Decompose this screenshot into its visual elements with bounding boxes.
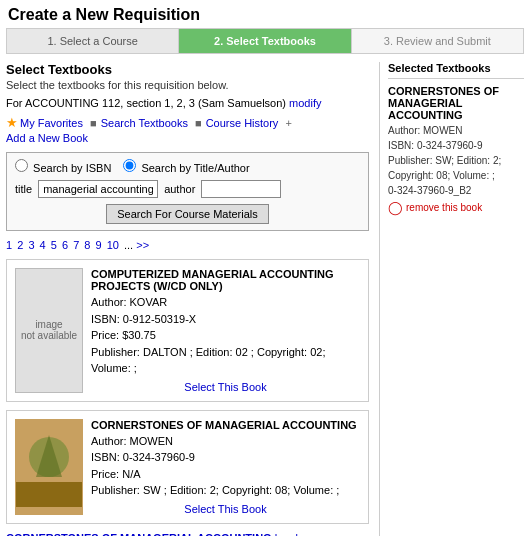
book-card-2: CORNERSTONES OF MANAGERIAL ACCOUNTING Au… (6, 410, 369, 524)
publisher-info-2: Publisher: SW ; Edition: 2; Copyright: 0… (91, 484, 339, 496)
course-text: For ACCOUNTING 112, section 1, 2, 3 (Sam… (6, 97, 286, 109)
nav-links: ★ My Favorites ■ Search Textbooks ■ Cour… (6, 115, 369, 144)
author-label-1: Author: (91, 296, 130, 308)
steps-bar: 1. Select a Course 2. Select Textbooks 3… (6, 28, 524, 54)
search-btn-row: Search For Course Materials (15, 204, 360, 224)
main-layout: Select Textbooks Select the textbooks fo… (0, 62, 530, 536)
section-heading: Select Textbooks (6, 62, 369, 77)
isbn-radio[interactable] (15, 159, 28, 172)
price-val-2: N/A (122, 468, 140, 480)
select-book-1[interactable]: Select This Book (91, 381, 360, 393)
step-2[interactable]: 2. Select Textbooks (179, 29, 351, 53)
book-meta-2: Author: MOWEN ISBN: 0-324-37960-9 Price:… (91, 433, 360, 499)
next-pages[interactable]: >> (136, 239, 149, 251)
author-val-1: KOVAR (130, 296, 168, 308)
search-textbooks-link[interactable]: Search Textbooks (101, 117, 188, 129)
book-cover-svg-2 (16, 427, 82, 507)
separator2: ■ (192, 117, 202, 129)
success-book-title: CORNERSTONES OF MANAGERIAL ACCOUNTING (6, 532, 272, 537)
step-1[interactable]: 1. Select a Course (7, 29, 179, 53)
isbn-label-1: ISBN: (91, 313, 123, 325)
author-val-2: MOWEN (130, 435, 173, 447)
book-image-1: imagenot available (15, 268, 83, 393)
title-field-label: title (15, 183, 32, 195)
ellipsis: ... (124, 239, 133, 251)
remove-book-link[interactable]: ◯ remove this book (388, 201, 524, 214)
isbn-label-2: ISBN: (91, 451, 123, 463)
page-10[interactable]: 10 (107, 239, 119, 251)
price-label-1: Price: (91, 329, 122, 341)
author-field-label: author (164, 183, 195, 195)
sel-isbn-alt: 0-324-37960-9_B2 (388, 185, 471, 196)
page-2[interactable]: 2 (17, 239, 23, 251)
page-title: Create a New Requisition (0, 0, 530, 28)
left-panel: Select Textbooks Select the textbooks fo… (6, 62, 379, 536)
publisher-info-1: Publisher: DALTON ; Edition: 02 ; Copyri… (91, 346, 325, 375)
search-button[interactable]: Search For Course Materials (106, 204, 269, 224)
star-icon: ★ (6, 115, 18, 130)
page-1[interactable]: 1 (6, 239, 12, 251)
title-author-label: Search by Title/Author (141, 162, 249, 174)
page-3[interactable]: 3 (28, 239, 34, 251)
author-input[interactable] (201, 180, 281, 198)
price-label-2: Price: (91, 468, 122, 480)
sel-author-val: MOWEN (423, 125, 462, 136)
book-info-2: CORNERSTONES OF MANAGERIAL ACCOUNTING Au… (91, 419, 360, 515)
page-5[interactable]: 5 (51, 239, 57, 251)
remove-label: remove this book (406, 202, 482, 213)
step-3: 3. Review and Submit (352, 29, 523, 53)
sel-author-label: Author: (388, 125, 423, 136)
book-meta-1: Author: KOVAR ISBN: 0-912-50319-X Price:… (91, 294, 360, 377)
isbn-val-2: 0-324-37960-9 (123, 451, 195, 463)
separator1: ■ (87, 117, 97, 129)
isbn-label: Search by ISBN (33, 162, 111, 174)
title-author-radio[interactable] (123, 159, 136, 172)
sel-publisher-label: Publisher: (388, 155, 435, 166)
book-card-1: imagenot available COMPUTERIZED MANAGERI… (6, 259, 369, 402)
sel-isbn-label: ISBN: (388, 140, 417, 151)
selected-book-meta: Author: MOWEN ISBN: 0-324-37960-9 Publis… (388, 123, 524, 198)
sel-isbn-val: 0-324-37960-9 (417, 140, 483, 151)
success-message: CORNERSTONES OF MANAGERIAL ACCOUNTING ha… (6, 532, 369, 537)
title-author-radio-label[interactable]: Search by Title/Author (123, 159, 249, 174)
add-new-book-link[interactable]: Add a New Book (6, 132, 88, 144)
book-image-2 (15, 419, 83, 515)
course-history-link[interactable]: Course History (206, 117, 279, 129)
sel-publisher-val: SW (435, 155, 451, 166)
right-panel-title: Selected Textbooks (388, 62, 524, 79)
page-8[interactable]: 8 (84, 239, 90, 251)
course-line: For ACCOUNTING 112, section 1, 2, 3 (Sam… (6, 97, 369, 109)
page-9[interactable]: 9 (96, 239, 102, 251)
selected-book-title: CORNERSTONES OF MANAGERIAL ACCOUNTING (388, 85, 524, 121)
price-val-1: $30.75 (122, 329, 156, 341)
search-type-row: Search by ISBN Search by Title/Author (15, 159, 360, 174)
book-title-1: COMPUTERIZED MANAGERIAL ACCOUNTING PROJE… (91, 268, 360, 292)
section-subtext: Select the textbooks for this requisitio… (6, 79, 369, 91)
remove-icon: ◯ (388, 201, 403, 214)
author-label-2: Author: (91, 435, 130, 447)
svg-rect-1 (16, 482, 82, 507)
separator3: + (282, 117, 291, 129)
page-4[interactable]: 4 (40, 239, 46, 251)
right-panel: Selected Textbooks CORNERSTONES OF MANAG… (379, 62, 524, 536)
isbn-val-1: 0-912-50319-X (123, 313, 196, 325)
pagination: 1 2 3 4 5 6 7 8 9 10 ... >> (6, 239, 369, 251)
page-7[interactable]: 7 (73, 239, 79, 251)
book-title-2: CORNERSTONES OF MANAGERIAL ACCOUNTING (91, 419, 360, 431)
my-favorites-link[interactable]: My Favorites (20, 117, 83, 129)
modify-link[interactable]: modify (289, 97, 321, 109)
search-fields-row: title author (15, 180, 360, 198)
search-box: Search by ISBN Search by Title/Author ti… (6, 152, 369, 231)
book-info-1: COMPUTERIZED MANAGERIAL ACCOUNTING PROJE… (91, 268, 360, 393)
page-6[interactable]: 6 (62, 239, 68, 251)
no-image-text-1: imagenot available (21, 319, 77, 341)
select-book-2[interactable]: Select This Book (91, 503, 360, 515)
title-input[interactable] (38, 180, 158, 198)
isbn-radio-label[interactable]: Search by ISBN (15, 159, 111, 174)
